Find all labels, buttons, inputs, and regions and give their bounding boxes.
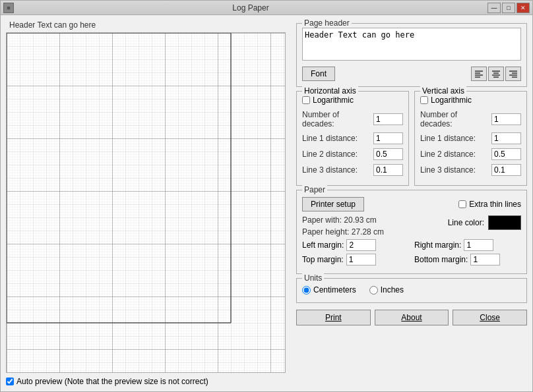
main-window: ■ Log Paper — □ ✕ Header Text can go her… xyxy=(0,0,533,392)
h-logarithmic-label: Logarithmic xyxy=(313,96,354,105)
window-close-button[interactable]: ✕ xyxy=(517,3,530,13)
window-content: Header Text can go here xyxy=(1,15,532,391)
about-button[interactable]: About xyxy=(375,310,449,325)
bottom-margin-group: Bottom margin: xyxy=(414,254,521,266)
horizontal-axis-title: Horizontal axis xyxy=(302,86,358,96)
auto-preview-checkbox[interactable] xyxy=(6,378,14,385)
h-line1-row: Line 1 distance: xyxy=(302,132,403,144)
settings-panel: Page header Header Text can go here Font xyxy=(291,15,532,391)
v-line3-label: Line 3 distance: xyxy=(420,165,489,175)
v-line1-row: Line 1 distance: xyxy=(420,132,521,144)
centimeters-radio[interactable] xyxy=(302,286,311,294)
preview-panel: Header Text can go here xyxy=(1,15,291,391)
log-paper-canvas xyxy=(6,32,286,373)
v-line3-input[interactable] xyxy=(491,164,521,176)
h-decades-row: Number of decades: xyxy=(302,110,403,128)
printer-setup-button[interactable]: Printer setup xyxy=(302,197,364,211)
h-decades-label: Number of decades: xyxy=(302,110,371,128)
paper-width-text: Paper with: 20.93 cm xyxy=(302,215,384,225)
top-margin-label: Top margin: xyxy=(302,255,344,264)
preview-footer: Auto preview (Note that the preview size… xyxy=(6,373,286,386)
v-logarithmic-checkbox[interactable] xyxy=(420,96,428,104)
page-header-textarea[interactable]: Header Text can go here xyxy=(302,28,521,61)
v-line3-row: Line 3 distance: xyxy=(420,164,521,176)
align-center-button[interactable] xyxy=(488,67,504,81)
auto-preview-checkbox-group: Auto preview (Note that the preview size… xyxy=(6,377,208,386)
v-logarithmic-row: Logarithmic xyxy=(420,96,521,105)
header-controls: Font xyxy=(302,67,521,81)
v-logarithmic-label: Logarithmic xyxy=(431,96,472,105)
svg-rect-2 xyxy=(7,33,285,372)
window-controls: — □ ✕ xyxy=(487,3,530,13)
paper-dimensions: Paper with: 20.93 cm Paper height: 27.28… xyxy=(302,215,384,239)
extra-thin-checkbox[interactable] xyxy=(458,200,466,208)
align-buttons xyxy=(471,67,521,81)
close-button[interactable]: Close xyxy=(453,310,527,325)
right-margin-group: Right margin: xyxy=(414,239,521,251)
units-group: Units Centimeters Inches xyxy=(296,278,527,303)
axes-row: Horizontal axis Logarithmic Number of de… xyxy=(296,91,527,186)
paper-group: Paper Printer setup Extra thin lines Pap… xyxy=(296,190,527,274)
minimize-button[interactable]: — xyxy=(487,3,501,13)
line-color-group: Line color: xyxy=(448,215,521,230)
horizontal-axis-group: Horizontal axis Logarithmic Number of de… xyxy=(296,91,409,186)
h-line2-input[interactable] xyxy=(373,148,403,160)
align-left-icon xyxy=(474,70,484,78)
h-line3-label: Line 3 distance: xyxy=(302,165,371,175)
v-decades-row: Number of decades: xyxy=(420,110,521,128)
top-margin-group: Top margin: xyxy=(302,254,409,266)
top-margin-input[interactable] xyxy=(346,254,376,266)
about-label: About xyxy=(401,313,422,322)
right-margin-input[interactable] xyxy=(464,239,493,251)
log-grid-svg xyxy=(7,33,285,372)
align-right-icon xyxy=(509,70,518,78)
left-margin-input[interactable] xyxy=(346,239,376,251)
bottom-margin-label: Bottom margin: xyxy=(414,255,468,264)
line-color-label: Line color: xyxy=(448,218,484,227)
inches-radio[interactable] xyxy=(369,286,378,294)
v-decades-input[interactable] xyxy=(491,113,521,125)
vertical-axis-title: Vertical axis xyxy=(420,86,466,96)
h-line2-label: Line 2 distance: xyxy=(302,150,371,159)
auto-preview-label: Auto preview (Note that the preview size… xyxy=(16,377,208,386)
inches-option: Inches xyxy=(369,285,404,294)
page-header-group: Page header Header Text can go here Font xyxy=(296,23,527,87)
v-line2-input[interactable] xyxy=(491,148,521,160)
close-label: Close xyxy=(480,313,500,322)
preview-header-text: Header Text can go here xyxy=(9,20,286,30)
v-line2-row: Line 2 distance: xyxy=(420,148,521,160)
maximize-button[interactable]: □ xyxy=(502,3,515,13)
v-line1-input[interactable] xyxy=(491,132,521,144)
bottom-buttons: Print About Close xyxy=(296,307,527,328)
title-bar: ■ Log Paper — □ ✕ xyxy=(1,1,532,15)
print-label: Print xyxy=(325,313,342,322)
window-icon: ■ xyxy=(3,3,14,13)
align-right-button[interactable] xyxy=(505,67,521,81)
centimeters-option: Centimeters xyxy=(302,285,356,294)
h-line3-row: Line 3 distance: xyxy=(302,164,403,176)
h-line2-row: Line 2 distance: xyxy=(302,148,403,160)
margins-bottom-row: Top margin: Bottom margin: xyxy=(302,254,521,266)
left-margin-label: Left margin: xyxy=(302,240,344,250)
units-options: Centimeters Inches xyxy=(302,283,521,297)
print-button[interactable]: Print xyxy=(296,310,371,325)
h-line1-label: Line 1 distance: xyxy=(302,134,371,143)
h-logarithmic-checkbox[interactable] xyxy=(302,96,310,104)
h-line3-input[interactable] xyxy=(373,164,403,176)
inches-label: Inches xyxy=(381,285,404,294)
extra-thin-group: Extra thin lines xyxy=(458,200,521,209)
h-logarithmic-row: Logarithmic xyxy=(302,96,403,105)
align-center-icon xyxy=(491,70,501,78)
bottom-margin-input[interactable] xyxy=(470,254,500,266)
v-line2-label: Line 2 distance: xyxy=(420,150,489,159)
h-line1-input[interactable] xyxy=(373,132,403,144)
paper-group-title: Paper xyxy=(302,185,327,194)
align-left-button[interactable] xyxy=(471,67,487,81)
extra-thin-label: Extra thin lines xyxy=(469,200,521,209)
font-button[interactable]: Font xyxy=(302,67,335,81)
line-color-swatch[interactable] xyxy=(488,215,521,230)
v-line1-label: Line 1 distance: xyxy=(420,134,489,143)
h-decades-input[interactable] xyxy=(373,113,403,125)
margins-top-row: Left margin: Right margin: xyxy=(302,239,521,251)
vertical-axis-group: Vertical axis Logarithmic Number of deca… xyxy=(414,91,527,186)
